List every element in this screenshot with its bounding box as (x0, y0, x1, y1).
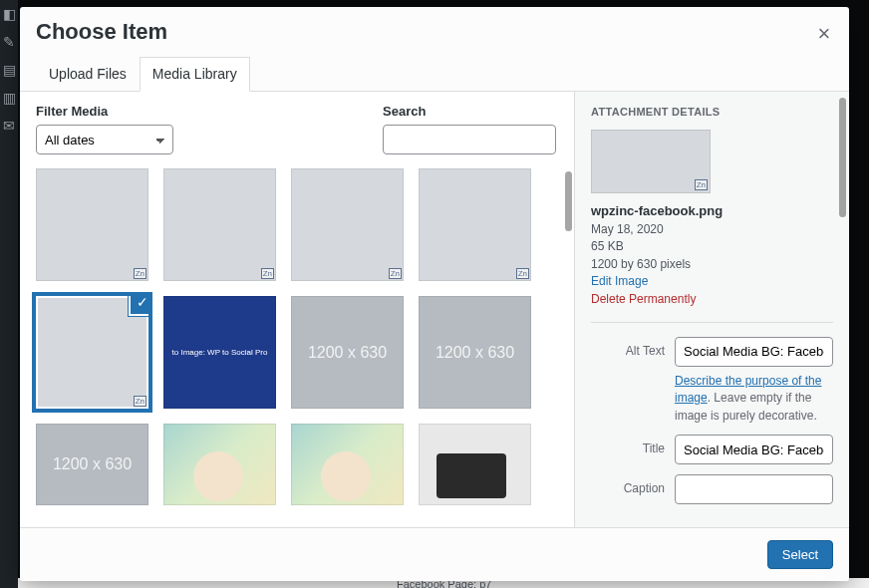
comments-icon[interactable]: ✉ (0, 112, 18, 140)
title-input[interactable] (675, 435, 833, 464)
attachment-thumb[interactable] (419, 168, 531, 281)
dashboard-icon[interactable]: ◧ (0, 0, 18, 28)
modal-header: Choose Item × Upload Files Media Library (20, 7, 849, 92)
title-label: Title (591, 435, 675, 455)
attachments-grid: ✓ to Image: WP to Social Pro 1200 x 630 … (36, 168, 564, 505)
alt-text-label: Alt Text (591, 337, 675, 358)
scrollbar-thumb[interactable] (565, 171, 572, 231)
delete-permanently-link[interactable]: Delete Permanently (591, 292, 696, 306)
caption-label: Caption (591, 474, 675, 495)
attachment-date: May 18, 2020 (591, 221, 833, 238)
media-modal: Choose Item × Upload Files Media Library… (20, 7, 849, 581)
attachment-details-panel: ATTACHMENT DETAILS wpzinc-facebook.png M… (574, 92, 849, 527)
filter-media-label: Filter Media (36, 104, 173, 119)
modal-footer: Select (20, 527, 849, 581)
attachment-filesize: 65 KB (591, 238, 833, 255)
select-button[interactable]: Select (767, 540, 833, 569)
pages-icon[interactable]: ▥ (0, 84, 18, 112)
wp-admin-sidebar: ◧ ✎ ▤ ▥ ✉ (0, 0, 18, 588)
tab-upload-files[interactable]: Upload Files (36, 57, 140, 92)
attachment-thumb[interactable] (163, 424, 276, 505)
close-button[interactable]: × (809, 19, 839, 49)
media-icon[interactable]: ▤ (0, 56, 18, 84)
attachment-thumb[interactable] (163, 168, 276, 281)
alt-text-hint: Describe the purpose of the image. Leave… (675, 373, 833, 425)
attachment-dimensions: 1200 by 630 pixels (591, 256, 833, 273)
tab-media-library[interactable]: Media Library (140, 57, 250, 92)
attachment-thumb[interactable] (291, 424, 404, 505)
close-icon: × (818, 21, 831, 47)
attachment-preview (591, 130, 711, 193)
attachment-thumb[interactable] (291, 168, 404, 281)
modal-body: Filter Media All dates Search ✓ (20, 92, 849, 527)
tab-bar: Upload Files Media Library (36, 56, 833, 91)
attachment-thumb[interactable]: 1200 x 630 (291, 296, 404, 409)
attachments-browser: Filter Media All dates Search ✓ (20, 92, 574, 527)
scrollbar-thumb[interactable] (839, 98, 846, 217)
attachment-details-heading: ATTACHMENT DETAILS (591, 106, 833, 118)
attachment-thumb[interactable]: 1200 x 630 (36, 424, 148, 505)
check-icon[interactable]: ✓ (129, 296, 148, 316)
search-label: Search (383, 104, 556, 119)
alt-text-input[interactable] (675, 337, 833, 367)
posts-icon[interactable]: ✎ (0, 28, 18, 56)
attachment-thumb[interactable]: to Image: WP to Social Pro (163, 296, 276, 409)
attachment-thumb[interactable] (36, 168, 148, 281)
attachment-filename: wpzinc-facebook.png (591, 203, 833, 218)
edit-image-link[interactable]: Edit Image (591, 274, 648, 288)
caption-input[interactable] (675, 474, 833, 504)
attachment-thumb[interactable] (419, 424, 531, 505)
attachment-thumb[interactable]: 1200 x 630 (419, 296, 531, 409)
attachment-thumb-selected[interactable]: ✓ (36, 296, 148, 409)
date-filter-select[interactable]: All dates (36, 125, 173, 154)
search-input[interactable] (383, 125, 556, 154)
modal-title: Choose Item (36, 7, 833, 57)
divider (591, 322, 833, 323)
